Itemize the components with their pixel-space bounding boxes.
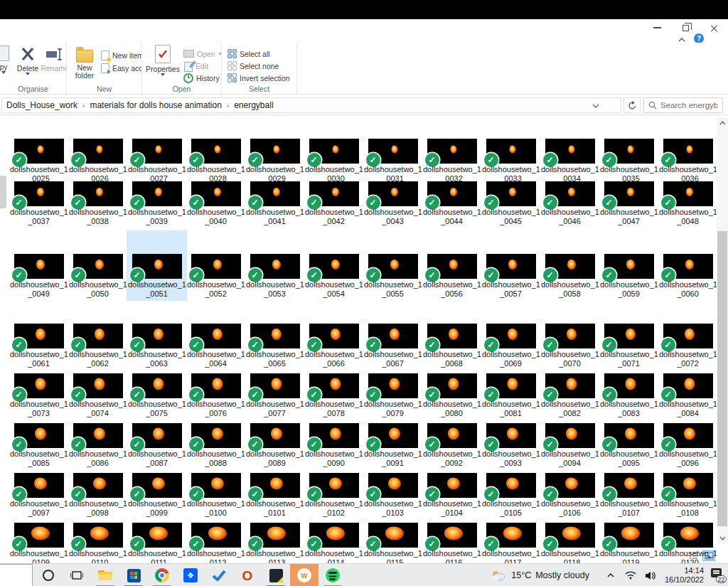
file-item[interactable]: ✓dollshousetwo_1_0106	[541, 473, 599, 518]
file-item[interactable]: ✓dollshousetwo_1_0026	[69, 139, 127, 183]
file-item[interactable]: ✓dollshousetwo_1_0101	[246, 473, 304, 518]
file-item[interactable]: ✓dollshousetwo_1_0047	[600, 181, 658, 226]
file-item[interactable]: ✓dollshousetwo_1_0062	[69, 324, 127, 368]
select-all-button[interactable]: Select all	[228, 48, 270, 59]
file-item[interactable]: ✓dollshousetwo_1_0040	[187, 181, 245, 226]
history-button[interactable]: History	[183, 73, 220, 83]
file-item[interactable]: ✓dollshousetwo_1_0038	[69, 181, 127, 226]
close-button[interactable]	[700, 20, 728, 36]
maximize-button[interactable]	[671, 20, 700, 36]
left-edge-scrollbar-thumb[interactable]	[0, 176, 6, 208]
file-item[interactable]: ✓dollshousetwo_1_0080	[423, 373, 481, 418]
file-item[interactable]: ✓dollshousetwo_1_0045	[482, 181, 540, 226]
vertical-scrollbar[interactable]	[717, 117, 728, 544]
file-item[interactable]: ✓dollshousetwo_1_0049	[10, 254, 68, 299]
taskbar-clock[interactable]: 14:14 16/10/2022	[665, 566, 704, 585]
file-item[interactable]: ✓dollshousetwo_1_0075	[128, 373, 186, 418]
file-item[interactable]: ✓dollshousetwo_1_0087	[128, 423, 186, 468]
file-item[interactable]: ✓dollshousetwo_1_0053	[246, 254, 304, 299]
file-item[interactable]: ✓dollshousetwo_1_0043	[364, 181, 422, 226]
file-item[interactable]: ✓dollshousetwo_1_0112	[187, 523, 245, 563]
rename-button[interactable]: Rename	[41, 46, 67, 73]
file-item[interactable]: ✓dollshousetwo_1_0088	[187, 423, 245, 468]
file-item[interactable]: ✓dollshousetwo_1_0051	[128, 254, 186, 299]
file-item[interactable]: ✓dollshousetwo_1_0032	[423, 139, 481, 183]
new-folder-button[interactable]: New folder	[70, 46, 100, 80]
taskbar-search-box[interactable]	[0, 564, 33, 586]
help-button[interactable]: ?	[694, 33, 704, 43]
file-item[interactable]: ✓dollshousetwo_1_0090	[305, 423, 363, 468]
file-item[interactable]: ✓dollshousetwo_1_0035	[600, 139, 658, 183]
file-item[interactable]: ✓dollshousetwo_1_0077	[246, 373, 304, 418]
file-item[interactable]: ✓dollshousetwo_1_0028	[187, 139, 245, 183]
taskbar-wacom-button[interactable]: w	[290, 564, 318, 586]
minimize-button[interactable]	[643, 20, 671, 36]
file-item[interactable]: ✓dollshousetwo_1_0071	[600, 324, 658, 368]
open-button[interactable]: Open	[183, 48, 222, 59]
file-item[interactable]: ✓dollshousetwo_1_0058	[541, 254, 599, 299]
file-item[interactable]: ✓dollshousetwo_1_0086	[69, 423, 127, 468]
taskbar-dropbox-button[interactable]: ❖	[176, 564, 205, 586]
file-item[interactable]: ✓dollshousetwo_1_0109	[10, 523, 68, 563]
weather-widget[interactable]: 15°C Mostly cloudy	[490, 570, 589, 581]
taskbar-notes-app-button[interactable]	[262, 564, 290, 586]
file-item[interactable]: ✓dollshousetwo_1_0076	[187, 373, 245, 418]
file-item[interactable]: ✓dollshousetwo_1_0056	[423, 254, 481, 299]
file-item[interactable]: ✓dollshousetwo_1_0110	[69, 523, 127, 563]
select-none-button[interactable]: Select none	[228, 60, 279, 71]
file-item[interactable]: ✓dollshousetwo_1_0059	[600, 254, 658, 299]
file-item[interactable]: ✓dollshousetwo_1_0096	[659, 423, 717, 468]
file-item[interactable]: ✓dollshousetwo_1_0042	[305, 181, 363, 226]
file-item[interactable]: ✓dollshousetwo_1_0037	[10, 181, 68, 226]
file-item[interactable]: ✓dollshousetwo_1_0082	[541, 373, 599, 418]
refresh-button[interactable]	[623, 97, 641, 113]
file-item[interactable]: ✓dollshousetwo_1_0108	[659, 473, 717, 518]
file-item[interactable]: ✓dollshousetwo_1_0068	[423, 324, 481, 368]
file-item[interactable]: ✓dollshousetwo_1_0060	[659, 254, 717, 299]
properties-button[interactable]: Properties	[145, 45, 181, 76]
file-item[interactable]: ✓dollshousetwo_1_0095	[600, 423, 658, 468]
scroll-down-button[interactable]	[717, 533, 728, 544]
file-item[interactable]: ✓dollshousetwo_1_0074	[69, 373, 127, 418]
taskbar-office-button[interactable]: O	[233, 564, 262, 586]
file-item[interactable]: ✓dollshousetwo_1_0117	[482, 523, 540, 563]
file-item[interactable]: ✓dollshousetwo_1_0099	[128, 473, 186, 518]
file-item[interactable]: ✓dollshousetwo_1_0119	[600, 523, 658, 563]
file-item[interactable]: ✓dollshousetwo_1_0111	[128, 523, 186, 563]
file-item[interactable]: ✓dollshousetwo_1_0093	[482, 423, 540, 468]
copy-button[interactable]: py	[0, 46, 13, 74]
file-item[interactable]: ✓dollshousetwo_1_0036	[659, 139, 717, 183]
file-item[interactable]: ✓dollshousetwo_1_0044	[423, 181, 481, 226]
file-item[interactable]: ✓dollshousetwo_1_0061	[10, 324, 68, 368]
file-item[interactable]: ✓dollshousetwo_1_0092	[423, 423, 481, 468]
taskbar-chrome-button[interactable]	[148, 564, 176, 586]
file-item[interactable]: ✓dollshousetwo_1_0027	[128, 139, 186, 183]
taskbar-todo-button[interactable]	[205, 564, 233, 586]
wifi-button[interactable]	[623, 571, 638, 580]
file-item[interactable]: ✓dollshousetwo_1_0094	[541, 423, 599, 468]
file-item[interactable]: ✓dollshousetwo_1_0105	[482, 473, 540, 518]
taskbar-store-button[interactable]	[119, 564, 148, 586]
file-item[interactable]: ✓dollshousetwo_1_0102	[305, 473, 363, 518]
file-item[interactable]: ✓dollshousetwo_1_0050	[69, 254, 127, 299]
file-item[interactable]: ✓dollshousetwo_1_0067	[364, 324, 422, 368]
scroll-up-button[interactable]	[717, 117, 728, 129]
file-item[interactable]: ✓dollshousetwo_1_0084	[659, 373, 717, 418]
breadcrumb-segment[interactable]: Dolls_House_work	[6, 100, 77, 110]
file-item[interactable]: ✓dollshousetwo_1_0098	[69, 473, 127, 518]
taskbar-spotify-button[interactable]	[318, 564, 347, 586]
file-item[interactable]: ✓dollshousetwo_1_0055	[364, 254, 422, 299]
file-item[interactable]: ✓dollshousetwo_1_0079	[364, 373, 422, 418]
file-item[interactable]: ✓dollshousetwo_1_0085	[10, 423, 68, 468]
file-item[interactable]: ✓dollshousetwo_1_0057	[482, 254, 540, 299]
breadcrumb-segment[interactable]: energyball	[234, 100, 273, 110]
file-item[interactable]: ✓dollshousetwo_1_0034	[541, 139, 599, 183]
invert-selection-button[interactable]: Invert selection	[228, 73, 290, 83]
address-bar[interactable]: Dolls_House_work › materials for dolls h…	[1, 97, 621, 113]
file-item[interactable]: ✓dollshousetwo_1_0052	[187, 254, 245, 299]
file-item[interactable]: ✓dollshousetwo_1_0072	[659, 324, 717, 368]
file-item[interactable]: ✓dollshousetwo_1_0083	[600, 373, 658, 418]
breadcrumb-segment[interactable]: materials for dolls house animation	[90, 100, 221, 110]
file-item[interactable]: ✓dollshousetwo_1_0113	[246, 523, 304, 563]
file-item[interactable]: ✓dollshousetwo_1_0097	[10, 473, 68, 518]
